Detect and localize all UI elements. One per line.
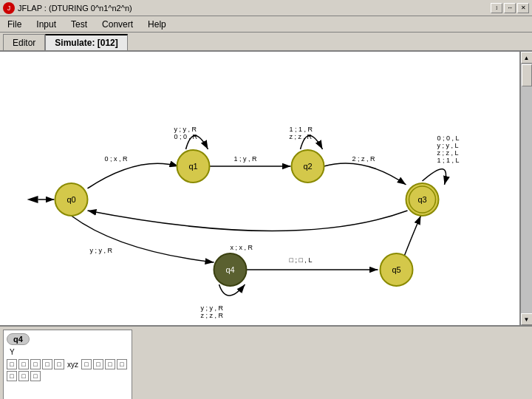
- menu-convert[interactable]: Convert: [98, 18, 137, 31]
- svg-text:0 ; 0 , R: 0 ; 0 , R: [174, 133, 198, 140]
- svg-text:1 ; 1 , L: 1 ; 1 , L: [437, 157, 460, 164]
- scroll-down-button[interactable]: ▼: [521, 313, 533, 325]
- svg-text:0 ; x , R: 0 ; x , R: [105, 155, 129, 163]
- svg-text:y ; y , R: y ; y , R: [174, 126, 197, 133]
- svg-text:y ; y , L: y ; y , L: [437, 142, 459, 149]
- menu-file[interactable]: File: [3, 18, 26, 31]
- tape-cell-4: □: [54, 359, 64, 369]
- tape-separator: xyz: [67, 361, 78, 369]
- svg-text:z ; z , L: z ; z , L: [437, 149, 459, 157]
- svg-text:q3: q3: [417, 195, 426, 204]
- svg-text:y ; y , R: y ; y , R: [90, 247, 113, 254]
- tape-cell-3: □: [42, 359, 52, 369]
- tape-cell-2: □: [30, 359, 41, 369]
- tape-cell-11: □: [30, 371, 41, 381]
- scrollbar[interactable]: ▲ ▼: [520, 52, 532, 325]
- tape-cell-7: □: [105, 359, 115, 369]
- title-bar: J JFLAP : (DTURING 0^n1^n2^n) ↕ ↔ ✕: [0, 0, 532, 16]
- app-icon: J: [3, 2, 15, 14]
- window-title: JFLAP : (DTURING 0^n1^n2^n): [18, 4, 132, 13]
- tape-display: □ □ □ □ □ xyz □ □ □ □ □ □ □: [7, 359, 129, 381]
- turing-machine-graph: 0 ; x , R y ; y , R 0 ; 0 , R 1 ; y , R …: [0, 52, 519, 325]
- tape-cell-10: □: [18, 371, 29, 381]
- window-controls[interactable]: ↕ ↔ ✕: [491, 3, 529, 13]
- svg-text:q4: q4: [225, 265, 234, 274]
- tape-cell-1: □: [18, 359, 29, 369]
- maximize-button[interactable]: ↔: [504, 3, 516, 13]
- state-display: q4 Y □ □ □ □ □ xyz □ □ □ □ □ □ □: [3, 330, 132, 399]
- menu-bar: File Input Test Convert Help: [0, 16, 532, 33]
- close-button[interactable]: ✕: [517, 3, 529, 13]
- svg-text:q0: q0: [66, 195, 75, 204]
- svg-text:y ; y , R: y ; y , R: [201, 304, 224, 312]
- svg-text:x ; x , R: x ; x , R: [231, 244, 253, 251]
- svg-text:1 ; y , R: 1 ; y , R: [234, 155, 258, 163]
- scroll-up-button[interactable]: ▲: [521, 52, 533, 64]
- scroll-track[interactable]: [521, 64, 533, 313]
- menu-input[interactable]: Input: [32, 18, 61, 31]
- svg-text:q2: q2: [303, 162, 312, 171]
- scroll-thumb[interactable]: [522, 64, 532, 86]
- svg-text:2 ; z , R: 2 ; z , R: [352, 155, 376, 163]
- tab-simulate[interactable]: Simulate: [012]: [45, 34, 127, 50]
- svg-text:z ; z , R: z ; z , R: [290, 133, 313, 140]
- tab-bar: Editor Simulate: [012]: [0, 33, 532, 52]
- tab-editor[interactable]: Editor: [3, 34, 45, 50]
- menu-help[interactable]: Help: [143, 18, 171, 31]
- svg-text:q5: q5: [392, 265, 400, 274]
- tape-cell-8: □: [117, 359, 127, 369]
- current-state-label: q4: [7, 333, 30, 345]
- svg-text:1 ; 1 , R: 1 ; 1 , R: [290, 126, 313, 133]
- svg-text:z ; z , R: z ; z , R: [201, 312, 224, 319]
- main-content: 0 ; x , R y ; y , R 0 ; 0 , R 1 ; y , R …: [0, 52, 532, 325]
- tape-cell-6: □: [93, 359, 103, 369]
- menu-test[interactable]: Test: [66, 18, 92, 31]
- tape-marker: Y: [10, 348, 129, 356]
- bottom-panel: q4 Y □ □ □ □ □ xyz □ □ □ □ □ □ □: [0, 325, 532, 399]
- svg-text:q1: q1: [188, 162, 197, 171]
- minimize-button[interactable]: ↕: [491, 3, 502, 13]
- tape-cell-5: □: [81, 359, 92, 369]
- tape-cell-0: □: [7, 359, 17, 369]
- tape-cell-9: □: [7, 371, 17, 381]
- graph-area[interactable]: 0 ; x , R y ; y , R 0 ; 0 , R 1 ; y , R …: [0, 52, 520, 325]
- svg-text:0 ; 0 , L: 0 ; 0 , L: [437, 134, 460, 142]
- svg-marker-2: [27, 196, 38, 203]
- svg-text:□ ; □ , L: □ ; □ , L: [290, 256, 313, 264]
